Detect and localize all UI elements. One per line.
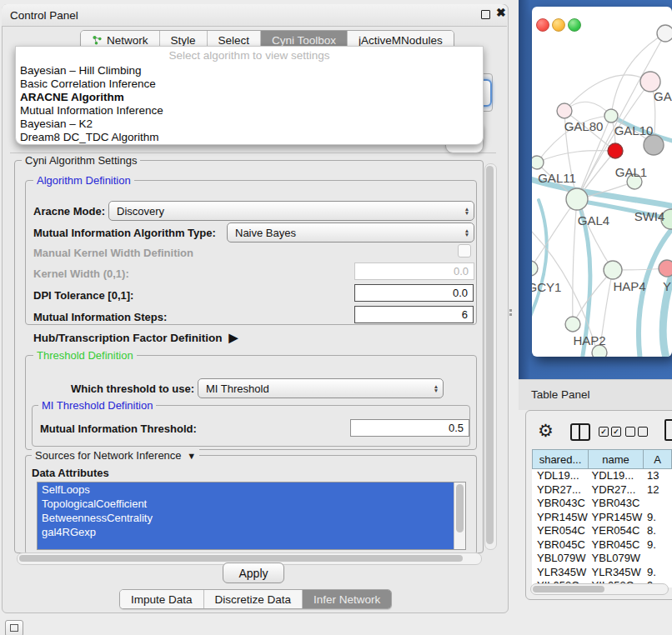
- tab-discretize-data[interactable]: Discretize Data: [204, 590, 303, 608]
- cell: YBR045C: [589, 538, 644, 552]
- attribute-item-betweennesscentrality[interactable]: BetweennessCentrality: [38, 511, 454, 525]
- cell: 9.: [644, 566, 672, 580]
- node-label-swi4: SWI4: [634, 209, 665, 223]
- attribute-item-selfloops[interactable]: SelfLoops: [38, 482, 454, 497]
- cell: YLR345W: [532, 566, 589, 580]
- node-gal4[interactable]: [566, 188, 588, 210]
- tab-impute-data-label: Impute Data: [131, 593, 193, 606]
- node-gal80[interactable]: [557, 103, 572, 118]
- select-all-checkboxes-icon[interactable]: ✓ ✓: [599, 427, 621, 437]
- node-gal11[interactable]: [532, 156, 544, 169]
- manual-kernel-width-checkbox[interactable]: [458, 244, 471, 258]
- column-header-partial[interactable]: A: [643, 449, 672, 469]
- node-label-gal10: GAL10: [614, 123, 654, 138]
- cell: [644, 552, 672, 566]
- zoom-traffic-light[interactable]: [568, 18, 581, 32]
- unchecked-checkbox-icon: [625, 427, 635, 437]
- attributes-vertical-scrollbar[interactable]: [454, 482, 465, 549]
- table-row[interactable]: YPR145W YPR145W 9.: [532, 511, 672, 525]
- node-gcy1[interactable]: [532, 261, 538, 276]
- node-gray[interactable]: [644, 135, 664, 155]
- table-row[interactable]: YBL079W YBL079W: [532, 552, 672, 566]
- node-unlabeled-top[interactable]: [657, 25, 672, 42]
- node-y-partial[interactable]: [659, 260, 672, 277]
- scrollbar-thumb[interactable]: [19, 555, 463, 562]
- cell: YER054C: [532, 524, 589, 538]
- node-gal10[interactable]: [604, 109, 618, 122]
- close-icon[interactable]: ✖: [496, 6, 506, 19]
- network-view-window: GAL GAL80 GAL10 GAL1 GAL11 SWI4 GAL4 GCY…: [532, 7, 672, 357]
- algo-option-dream8[interactable]: Dream8 DC_TDC Algorithm: [20, 131, 479, 144]
- cell: 8.: [644, 524, 672, 538]
- data-attributes-label: Data Attributes: [32, 467, 109, 479]
- table-row[interactable]: YDL19... YDL19... 13: [532, 469, 672, 483]
- scrollbar-thumb[interactable]: [533, 586, 604, 592]
- attribute-item-topologicalcoefficient[interactable]: TopologicalCoefficient: [38, 497, 454, 511]
- cell: YBL079W: [589, 552, 644, 566]
- sources-legend[interactable]: Sources for Network Inference ▼: [32, 449, 199, 462]
- mi-steps-field[interactable]: 6: [354, 306, 474, 323]
- float-window-icon[interactable]: [481, 10, 490, 19]
- node-hap2[interactable]: [565, 317, 580, 332]
- mi-threshold-legend: MI Threshold Definition: [38, 399, 156, 412]
- attribute-item-gal4rgexp[interactable]: gal4RGexp: [38, 525, 454, 539]
- tab-jactivemnodules-label: jActiveMNodules: [359, 34, 443, 47]
- algo-option-mutual-information[interactable]: Mutual Information Inference: [20, 104, 479, 118]
- table-horizontal-scrollbar[interactable]: [530, 583, 669, 595]
- minimized-panel-button[interactable]: [5, 620, 23, 635]
- algo-option-basic-correlation[interactable]: Basic Correlation Inference: [20, 78, 479, 91]
- close-traffic-light[interactable]: [536, 18, 549, 32]
- scrollbar-thumb[interactable]: [486, 166, 494, 544]
- which-threshold-select[interactable]: MI Threshold ▲▼: [198, 378, 444, 398]
- settings-vertical-scrollbar[interactable]: [484, 163, 497, 550]
- which-threshold-value: MI Threshold: [198, 382, 429, 395]
- table-row[interactable]: YBR045C YBR045C 9.: [532, 538, 672, 552]
- document-icon[interactable]: [664, 419, 672, 441]
- column-header-name[interactable]: name: [588, 449, 643, 469]
- table-row[interactable]: YBR043C YBR043C: [532, 497, 672, 511]
- mi-threshold-field[interactable]: 0.5: [350, 419, 469, 437]
- cell: [644, 497, 672, 511]
- mi-algorithm-type-select[interactable]: Naive Bayes ▲▼: [227, 222, 474, 242]
- columns-icon[interactable]: [570, 423, 590, 441]
- panel-divider-grip[interactable]: [509, 309, 513, 317]
- dpi-tolerance-field[interactable]: 0.0: [354, 284, 474, 302]
- tab-impute-data[interactable]: Impute Data: [120, 590, 204, 608]
- node-red-selected[interactable]: [608, 143, 623, 158]
- threshold-definition-legend: Threshold Definition: [33, 349, 137, 362]
- expander-right-arrow-icon: ▶: [229, 331, 238, 344]
- node-label-gal1: GAL1: [615, 165, 647, 179]
- checked-checkbox-icon: ✓: [599, 427, 609, 437]
- algo-option-aracne[interactable]: ARACNE Algorithm: [20, 91, 479, 104]
- algo-option-bayesian-k2[interactable]: Bayesian – K2: [20, 118, 479, 131]
- algorithm-dropdown-popup: Select algorithm to view settings Bayesi…: [15, 46, 484, 145]
- tab-cyni-toolbox-label: Cyni Toolbox: [272, 34, 336, 47]
- table-row[interactable]: YDR27... YDR27... 12: [532, 483, 672, 498]
- cell: YDR27...: [589, 483, 644, 498]
- tab-infer-network[interactable]: Infer Network: [303, 590, 391, 608]
- hub-definition-expander[interactable]: Hub/Transcription Factor Definition▶: [33, 331, 238, 344]
- deselect-all-checkboxes-icon[interactable]: [625, 427, 648, 437]
- gear-icon[interactable]: ⚙: [538, 421, 554, 441]
- minimize-traffic-light[interactable]: [552, 18, 565, 32]
- node-label-y-partial: Y: [663, 279, 671, 293]
- aracne-mode-select[interactable]: Discovery ▲▼: [108, 201, 474, 221]
- checked-checkbox-icon: ✓: [611, 427, 621, 437]
- algo-option-bayesian-hill-climbing[interactable]: Bayesian – Hill Climbing: [20, 64, 479, 78]
- node-hap4[interactable]: [604, 261, 622, 279]
- kernel-width-field[interactable]: 0.0: [354, 262, 474, 280]
- cell: YBR043C: [532, 497, 589, 511]
- float-window-icon: [10, 624, 18, 632]
- node-table: shared... name A YDL19... YDL19... 13 YD…: [532, 449, 672, 588]
- table-row[interactable]: YLR345W YLR345W 9.: [532, 566, 672, 580]
- table-row[interactable]: YER054C YER054C 8.: [532, 524, 672, 538]
- dpi-tolerance-label: DPI Tolerance [0,1]:: [33, 289, 133, 302]
- unchecked-checkbox-icon: [638, 427, 648, 437]
- kernel-width-label: Kernel Width (0,1):: [33, 268, 129, 280]
- scrollbar-thumb[interactable]: [456, 484, 464, 532]
- dropdown-placeholder: Select algorithm to view settings: [16, 49, 483, 62]
- column-header-shared-name[interactable]: shared...: [532, 449, 588, 469]
- which-threshold-label: Which threshold to use:: [71, 382, 194, 395]
- apply-button[interactable]: Apply: [223, 562, 284, 583]
- tab-style-label: Style: [171, 34, 196, 47]
